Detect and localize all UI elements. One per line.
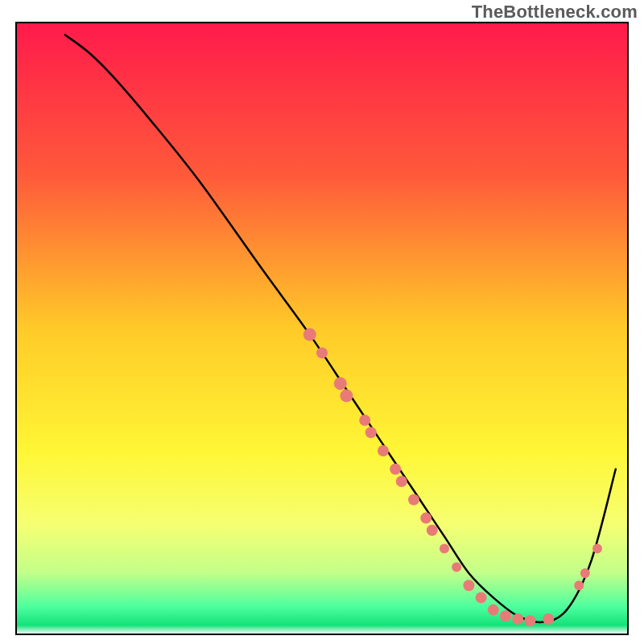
data-point: [420, 513, 431, 524]
chart-svg: [0, 0, 644, 644]
data-point: [543, 613, 554, 625]
data-point: [334, 377, 347, 390]
data-point: [390, 464, 401, 475]
data-point: [408, 494, 419, 506]
data-point: [488, 605, 499, 616]
data-point: [359, 415, 370, 426]
data-point: [580, 568, 590, 578]
data-point: [476, 592, 487, 603]
data-point: [440, 544, 449, 554]
data-point: [340, 390, 353, 402]
data-point: [512, 613, 523, 625]
data-point: [452, 562, 461, 572]
chart-container: TheBottleneck.com: [0, 0, 644, 644]
data-point: [574, 580, 584, 590]
data-point: [524, 615, 535, 626]
data-point: [316, 347, 328, 358]
data-point: [592, 544, 602, 554]
data-point: [427, 525, 438, 536]
data-point: [378, 445, 389, 456]
data-point: [303, 328, 316, 341]
watermark-text: TheBottleneck.com: [472, 2, 638, 23]
gradient-background: [16, 23, 628, 634]
data-point: [396, 476, 407, 487]
data-point: [463, 580, 474, 591]
data-point: [365, 427, 377, 438]
data-point: [500, 610, 511, 621]
